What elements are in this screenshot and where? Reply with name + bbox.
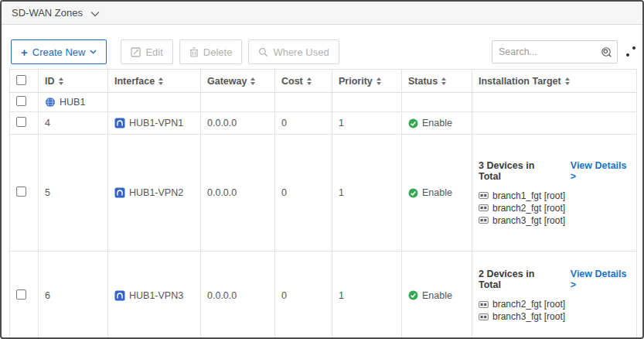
device-icon: [479, 204, 489, 211]
edit-icon: [131, 47, 141, 57]
sort-icon: [441, 77, 446, 85]
header-row: ID Interface Gateway Cost Priority Statu…: [10, 70, 637, 93]
cell-status: Enable: [422, 187, 452, 198]
cell-cost: 0: [275, 252, 332, 339]
row-checkbox[interactable]: [16, 289, 26, 300]
view-details-link[interactable]: View Details >: [571, 160, 630, 182]
cell-gateway: 0.0.0.0: [201, 135, 275, 252]
sdwan-zones-table: ID Interface Gateway Cost Priority Statu…: [9, 69, 635, 339]
cell-installation-target: 3 Devices in Total View Details > branch…: [472, 135, 637, 252]
sort-icon: [565, 77, 570, 85]
cell-status: Enable: [422, 290, 452, 301]
status-enabled-icon: [408, 290, 418, 300]
create-new-label: Create New: [32, 46, 86, 58]
where-used-label: Where Used: [273, 46, 329, 58]
device-icon: [479, 192, 489, 199]
view-details-link[interactable]: View Details >: [571, 269, 630, 290]
device-list-item: branch1_fgt [root]: [479, 190, 630, 201]
select-all-checkbox[interactable]: [16, 75, 26, 85]
col-header-gateway[interactable]: Gateway: [201, 70, 275, 93]
trash-icon: [189, 47, 199, 57]
table-row: 4 HUB1-VPN1 0.0.0.0 0 1: [10, 112, 637, 135]
plus-icon: +: [21, 46, 28, 58]
cell-priority: 1: [332, 112, 402, 135]
row-checkbox[interactable]: [16, 187, 26, 197]
cell-installation-target: 2 Devices in Total View Details > branch…: [472, 252, 637, 339]
cell-interface: HUB1-VPN3: [129, 290, 183, 301]
device-icon: [479, 301, 489, 308]
cell-priority: 1: [332, 135, 402, 252]
sort-icon: [250, 77, 255, 85]
chevron-down-icon[interactable]: [90, 7, 100, 19]
device-list-item: branch2_fgt [root]: [479, 203, 630, 214]
delete-button[interactable]: Delete: [179, 39, 243, 64]
cell-status: Enable: [422, 118, 452, 128]
column-settings-icon[interactable]: [625, 46, 635, 57]
zone-globe-icon: [45, 97, 56, 108]
edit-button[interactable]: Edit: [121, 39, 172, 64]
status-enabled-icon: [408, 188, 418, 198]
col-header-installation-target[interactable]: Installation Target: [472, 70, 637, 93]
col-header-status[interactable]: Status: [402, 70, 472, 93]
sdwan-zones-panel: SD-WAN Zones + Create New Edit: [0, 0, 644, 339]
cell-interface: HUB1-VPN2: [129, 187, 183, 198]
device-list-item: branch3_fgt [root]: [479, 311, 630, 322]
select-all-header: [10, 70, 39, 93]
cell-id: 5: [39, 135, 108, 252]
sort-icon: [158, 77, 163, 85]
table-row: 6 HUB1-VPN3 0.0.0.0 0 1: [10, 252, 637, 339]
col-header-priority[interactable]: Priority: [332, 70, 402, 93]
toolbar: + Create New Edit Delete: [11, 39, 635, 64]
search-box: [492, 40, 618, 63]
col-header-interface[interactable]: Interface: [108, 70, 201, 93]
device-icon: [479, 217, 489, 224]
cell-id: 4: [39, 112, 108, 135]
tunnel-interface-icon: [114, 290, 125, 301]
col-header-cost[interactable]: Cost: [275, 70, 332, 93]
cell-priority: 1: [332, 252, 402, 339]
chevron-down-icon: [90, 50, 97, 54]
status-enabled-icon: [408, 118, 418, 128]
tunnel-interface-icon: [114, 118, 125, 128]
cell-id: 6: [39, 252, 108, 339]
zone-group-row: HUB1: [10, 93, 637, 112]
cell-gateway: 0.0.0.0: [201, 112, 275, 135]
titlebar: SD-WAN Zones: [2, 2, 642, 25]
device-list-item: branch3_fgt [root]: [479, 215, 630, 226]
row-checkbox[interactable]: [16, 96, 26, 106]
edit-label: Edit: [145, 46, 162, 58]
table-row: 5 HUB1-VPN2 0.0.0.0 0 1: [10, 135, 637, 252]
row-checkbox[interactable]: [16, 117, 26, 127]
delete-label: Delete: [203, 46, 233, 58]
search-input[interactable]: [499, 46, 601, 57]
cell-interface: HUB1-VPN1: [129, 118, 183, 128]
tunnel-interface-icon: [114, 187, 125, 198]
col-header-id[interactable]: ID: [39, 70, 108, 93]
devices-total: 3 Devices in Total: [479, 160, 554, 182]
cell-gateway: 0.0.0.0: [201, 252, 275, 339]
devices-total: 2 Devices in Total: [479, 269, 554, 290]
create-new-button[interactable]: + Create New: [11, 39, 107, 64]
sort-icon: [307, 77, 312, 85]
zone-name[interactable]: HUB1: [60, 97, 85, 108]
cell-cost: 0: [275, 135, 332, 252]
device-icon: [479, 313, 489, 320]
magnifier-icon: [258, 47, 268, 57]
device-list-item: branch2_fgt [root]: [479, 299, 630, 310]
where-used-button[interactable]: Where Used: [248, 39, 339, 64]
cell-cost: 0: [275, 112, 332, 135]
page-title: SD-WAN Zones: [12, 7, 83, 19]
sort-icon: [59, 77, 63, 85]
sort-icon: [377, 77, 381, 85]
search-icon[interactable]: [601, 46, 612, 58]
